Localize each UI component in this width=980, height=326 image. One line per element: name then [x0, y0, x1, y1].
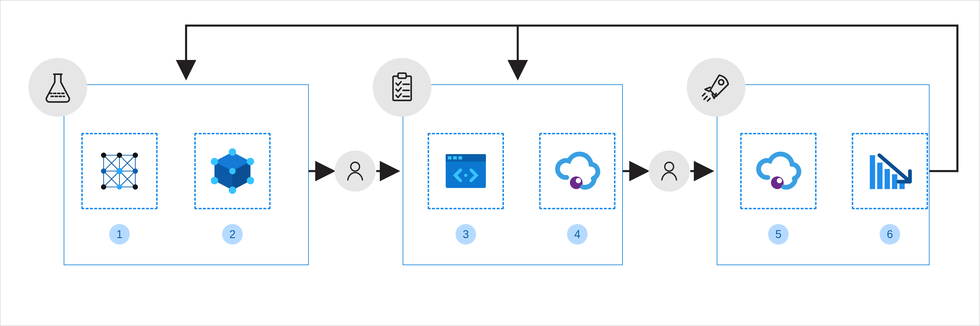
cloud-deploy-icon	[551, 145, 604, 198]
stage-experiment-badge	[29, 58, 87, 117]
stage-validate-badge	[373, 58, 431, 117]
svg-point-30	[117, 184, 122, 190]
svg-rect-50	[448, 157, 452, 160]
card-step-4	[539, 133, 616, 209]
person-icon	[344, 159, 367, 183]
svg-point-28	[133, 168, 138, 174]
step-number: 4	[574, 228, 580, 241]
svg-point-24	[117, 153, 122, 158]
svg-point-56	[665, 162, 674, 171]
declining-chart-icon	[864, 145, 916, 198]
clipboard-check-icon	[386, 71, 418, 104]
svg-point-36	[247, 158, 254, 165]
card-step-6	[852, 133, 928, 209]
svg-point-38	[229, 186, 236, 194]
badge-step-2: 2	[222, 224, 243, 244]
card-step-5	[740, 133, 816, 209]
person-icon	[657, 159, 681, 183]
cube-model-icon	[206, 145, 259, 198]
rocket-icon	[700, 71, 732, 104]
svg-point-59	[777, 178, 782, 183]
svg-point-31	[133, 184, 138, 190]
svg-point-40	[211, 158, 218, 165]
svg-rect-61	[877, 163, 883, 189]
svg-point-26	[101, 168, 106, 174]
svg-point-25	[133, 153, 138, 158]
step-number: 1	[116, 228, 123, 241]
svg-point-55	[576, 178, 581, 183]
svg-point-41	[229, 168, 236, 174]
svg-point-35	[229, 149, 236, 156]
svg-point-53	[464, 174, 468, 177]
card-step-1	[81, 133, 158, 209]
badge-step-6: 6	[880, 224, 900, 244]
svg-point-39	[211, 177, 218, 184]
badge-step-3: 3	[455, 224, 476, 244]
svg-rect-49	[446, 154, 486, 161]
step-number: 6	[887, 228, 893, 241]
card-step-2	[194, 133, 270, 209]
diagram-canvas: 1 2	[0, 0, 980, 326]
svg-point-42	[351, 162, 360, 171]
svg-point-29	[101, 184, 106, 190]
badge-step-4: 4	[567, 224, 588, 244]
svg-rect-51	[453, 157, 457, 160]
badge-step-1: 1	[109, 224, 130, 244]
stage-release-badge	[687, 58, 746, 117]
svg-point-37	[247, 177, 254, 184]
svg-rect-52	[458, 157, 462, 160]
cloud-deploy-icon	[752, 145, 805, 198]
flask-icon	[42, 71, 74, 104]
badge-step-5: 5	[768, 224, 789, 244]
neural-network-icon	[93, 145, 146, 198]
reviewer-2	[649, 150, 690, 192]
step-number: 5	[775, 228, 781, 241]
code-window-icon	[439, 145, 492, 198]
svg-rect-60	[870, 155, 875, 189]
card-step-3	[428, 133, 504, 209]
svg-point-57	[719, 80, 724, 85]
svg-point-27	[116, 168, 123, 174]
svg-rect-44	[398, 73, 406, 78]
step-number: 2	[229, 228, 235, 241]
step-number: 3	[463, 228, 469, 241]
svg-point-23	[101, 153, 106, 158]
reviewer-1	[334, 150, 376, 192]
svg-rect-62	[885, 169, 890, 189]
